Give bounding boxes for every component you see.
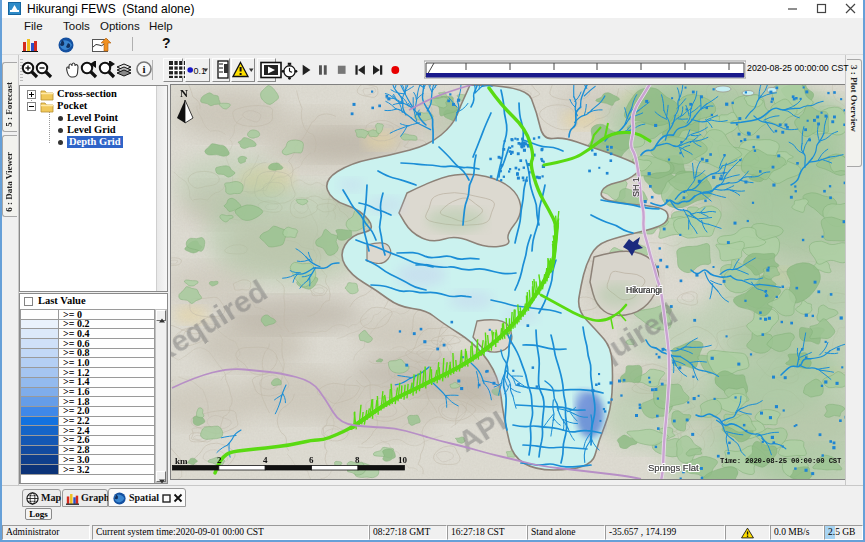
svg-text:km: km xyxy=(175,456,188,466)
svg-text:4: 4 xyxy=(263,455,268,465)
svg-text:8: 8 xyxy=(355,455,360,465)
svg-text:10: 10 xyxy=(398,455,408,465)
svg-text:i: i xyxy=(142,63,145,75)
svg-text:Time: 2020-08-25 00:00:00 CST: Time: 2020-08-25 00:00:00 CST xyxy=(720,457,842,465)
svg-text:Hikurangi: Hikurangi xyxy=(626,285,662,295)
svg-text:SH 1: SH 1 xyxy=(631,177,641,197)
svg-text:0.1: 0.1 xyxy=(194,66,207,76)
svg-text:2: 2 xyxy=(217,455,222,465)
svg-text:Springs Flat: Springs Flat xyxy=(648,462,699,473)
svg-text:N: N xyxy=(180,87,188,99)
svg-text:6: 6 xyxy=(309,455,314,465)
